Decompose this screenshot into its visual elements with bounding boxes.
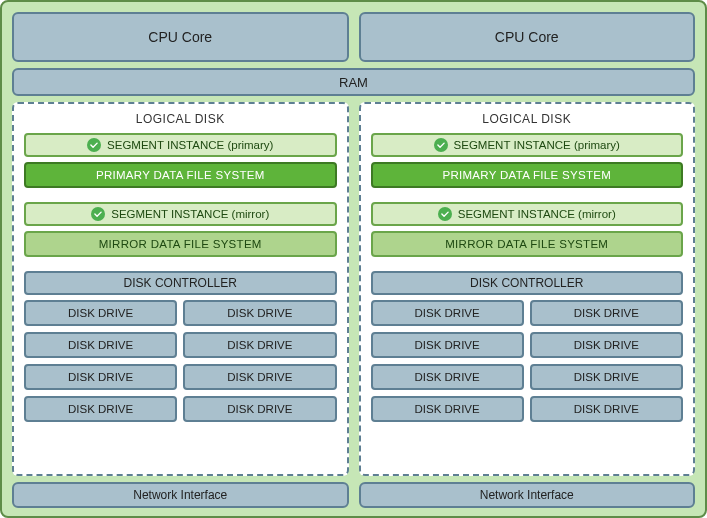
checkmark-icon <box>438 207 452 221</box>
ram-bar: RAM <box>12 68 695 96</box>
primary-data-file-system: PRIMARY DATA FILE SYSTEM <box>371 162 684 188</box>
mirror-data-file-system: MIRROR DATA FILE SYSTEM <box>24 231 337 257</box>
cpu-core-left: CPU Core <box>12 12 349 62</box>
disk-controller: DISK CONTROLLER <box>24 271 337 295</box>
architecture-board: CPU Core CPU Core RAM LOGICAL DISK SEGME… <box>0 0 707 518</box>
logical-disk-right: LOGICAL DISK SEGMENT INSTANCE (primary) … <box>359 102 696 476</box>
checkmark-icon <box>434 138 448 152</box>
disk-drive-grid: DISK DRIVE DISK DRIVE DISK DRIVE DISK DR… <box>24 300 337 422</box>
logical-disk-title: LOGICAL DISK <box>24 110 337 128</box>
disk-drive: DISK DRIVE <box>24 364 177 390</box>
disk-drive: DISK DRIVE <box>24 300 177 326</box>
disk-drive-grid: DISK DRIVE DISK DRIVE DISK DRIVE DISK DR… <box>371 300 684 422</box>
network-interface-left: Network Interface <box>12 482 349 508</box>
disk-drive: DISK DRIVE <box>371 396 524 422</box>
disk-drive: DISK DRIVE <box>530 332 683 358</box>
disk-drive: DISK DRIVE <box>530 364 683 390</box>
checkmark-icon <box>87 138 101 152</box>
segment-instance-primary: SEGMENT INSTANCE (primary) <box>24 133 337 157</box>
cpu-row: CPU Core CPU Core <box>12 12 695 62</box>
disk-drive: DISK DRIVE <box>371 364 524 390</box>
segment-instance-primary: SEGMENT INSTANCE (primary) <box>371 133 684 157</box>
checkmark-icon <box>91 207 105 221</box>
disk-drive: DISK DRIVE <box>183 300 336 326</box>
disk-drive: DISK DRIVE <box>371 332 524 358</box>
disk-drive: DISK DRIVE <box>530 300 683 326</box>
disk-drive: DISK DRIVE <box>371 300 524 326</box>
segment-mirror-label: SEGMENT INSTANCE (mirror) <box>458 208 616 220</box>
network-row: Network Interface Network Interface <box>12 482 695 508</box>
segment-primary-label: SEGMENT INSTANCE (primary) <box>107 139 273 151</box>
disk-drive: DISK DRIVE <box>183 396 336 422</box>
disk-drive: DISK DRIVE <box>530 396 683 422</box>
mirror-data-file-system: MIRROR DATA FILE SYSTEM <box>371 231 684 257</box>
disk-drive: DISK DRIVE <box>183 364 336 390</box>
disk-drive: DISK DRIVE <box>24 396 177 422</box>
cpu-core-right: CPU Core <box>359 12 696 62</box>
logical-disk-title: LOGICAL DISK <box>371 110 684 128</box>
disk-drive: DISK DRIVE <box>24 332 177 358</box>
logical-disks-row: LOGICAL DISK SEGMENT INSTANCE (primary) … <box>12 102 695 476</box>
network-interface-right: Network Interface <box>359 482 696 508</box>
segment-primary-label: SEGMENT INSTANCE (primary) <box>454 139 620 151</box>
segment-instance-mirror: SEGMENT INSTANCE (mirror) <box>24 202 337 226</box>
disk-controller: DISK CONTROLLER <box>371 271 684 295</box>
segment-mirror-label: SEGMENT INSTANCE (mirror) <box>111 208 269 220</box>
primary-data-file-system: PRIMARY DATA FILE SYSTEM <box>24 162 337 188</box>
segment-instance-mirror: SEGMENT INSTANCE (mirror) <box>371 202 684 226</box>
disk-drive: DISK DRIVE <box>183 332 336 358</box>
logical-disk-left: LOGICAL DISK SEGMENT INSTANCE (primary) … <box>12 102 349 476</box>
